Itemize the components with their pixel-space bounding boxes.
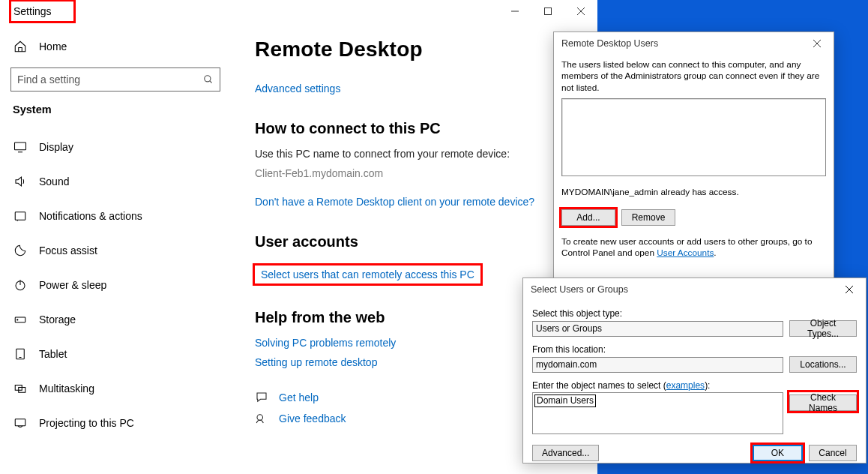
nav-focus-assist[interactable]: Focus assist: [10, 234, 232, 267]
settings-window: Settings Home Find a setting System Disp…: [0, 0, 597, 474]
user-accounts-link[interactable]: User Accounts: [657, 248, 714, 258]
minimize-button[interactable]: [498, 0, 531, 22]
nav-label: Display: [39, 141, 73, 153]
display-icon: [13, 140, 27, 154]
feedback-link[interactable]: Give feedback: [279, 412, 346, 424]
get-help-link[interactable]: Get help: [279, 392, 319, 404]
close-icon: [813, 40, 821, 47]
home-label: Home: [39, 40, 67, 52]
names-label: Enter the object names to select (exampl…: [532, 380, 857, 391]
nav-projecting[interactable]: Projecting to this PC: [10, 406, 232, 440]
sel-dialog-titlebar[interactable]: Select Users or Groups: [523, 278, 866, 301]
svg-rect-17: [15, 419, 25, 426]
close-icon: [846, 286, 853, 293]
nav-storage[interactable]: Storage: [10, 303, 232, 336]
svg-rect-6: [15, 142, 26, 150]
object-type-field: Users or Groups: [532, 321, 783, 337]
nav-label: Focus assist: [39, 244, 97, 256]
location-label: From this location:: [532, 344, 857, 355]
nav-multitasking[interactable]: Multitasking: [10, 372, 232, 405]
search-placeholder: Find a setting: [17, 74, 80, 86]
check-names-button[interactable]: Check Names: [789, 394, 857, 411]
sel-close-button[interactable]: [833, 278, 866, 301]
search-icon: [203, 74, 214, 85]
chat-icon: [255, 391, 268, 404]
rdp-close-button[interactable]: [801, 32, 834, 55]
svg-point-4: [205, 76, 211, 82]
nav-label: Sound: [39, 176, 69, 188]
nav-power-sleep[interactable]: Power & sleep: [10, 268, 232, 302]
nav-tablet[interactable]: Tablet: [10, 338, 232, 370]
nav-label: Tablet: [39, 348, 67, 360]
search-input[interactable]: Find a setting: [10, 68, 220, 92]
pc-name: Client-Feb1.mydomain.com: [255, 167, 579, 179]
remove-button[interactable]: Remove: [621, 209, 675, 226]
how-connect-header: How to connect to this PC: [255, 120, 579, 137]
svg-point-12: [17, 320, 18, 320]
how-connect-text: Use this PC name to connect from your re…: [255, 148, 579, 160]
select-users-link[interactable]: Select users that can remotely access th…: [261, 268, 474, 280]
rdp-access-text: MYDOMAIN\jane_admin already has access.: [561, 187, 826, 197]
advanced-settings-link[interactable]: Advanced settings: [255, 82, 579, 94]
notifications-icon: [13, 209, 27, 223]
nav-sound[interactable]: Sound: [10, 165, 232, 198]
object-names-input[interactable]: Domain Users: [532, 392, 783, 434]
settings-sidebar: Home Find a setting System Display Sound…: [0, 22, 232, 474]
svg-point-18: [257, 415, 263, 421]
sound-icon: [13, 175, 27, 188]
advanced-button[interactable]: Advanced...: [532, 445, 599, 461]
add-button[interactable]: Add...: [561, 209, 615, 226]
location-field: mydomain.com: [532, 357, 783, 373]
remote-desktop-users-dialog: Remote Desktop Users The users listed be…: [553, 32, 834, 302]
svg-line-5: [210, 81, 212, 83]
nav-label: Multitasking: [39, 382, 94, 394]
object-name-entry: Domain Users: [534, 394, 596, 407]
feedback-icon: [255, 412, 268, 425]
select-users-highlight: Select users that can remotely access th…: [255, 266, 480, 284]
storage-icon: [13, 313, 27, 326]
window-controls: [498, 0, 597, 22]
section-system-label: System: [10, 104, 232, 116]
maximize-button[interactable]: [531, 0, 564, 22]
svg-rect-1: [545, 8, 552, 15]
focus-icon: [13, 244, 27, 257]
nav-label: Storage: [39, 314, 76, 326]
sel-ok-button[interactable]: OK: [753, 445, 803, 461]
object-types-button[interactable]: Object Types...: [789, 320, 857, 337]
rdp-dialog-title: Remote Desktop Users: [561, 38, 658, 49]
examples-link[interactable]: examples: [666, 380, 705, 391]
home-icon: [13, 40, 27, 53]
page-title: Remote Desktop: [255, 38, 579, 62]
svg-rect-8: [15, 212, 25, 220]
sel-dialog-title: Select Users or Groups: [531, 284, 628, 295]
rdp-intro-text: The users listed below can connect to th…: [561, 59, 826, 94]
locations-button[interactable]: Locations...: [789, 356, 857, 373]
multitasking-icon: [13, 382, 27, 395]
rdp-dialog-titlebar[interactable]: Remote Desktop Users: [554, 32, 834, 55]
nav-display[interactable]: Display: [10, 130, 232, 164]
nav-notifications[interactable]: Notifications & actions: [10, 200, 232, 232]
no-client-link[interactable]: Don't have a Remote Desktop client on yo…: [255, 196, 579, 208]
power-icon: [13, 278, 27, 292]
nav-label: Power & sleep: [39, 279, 106, 291]
close-button[interactable]: [564, 0, 597, 22]
settings-title: Settings: [10, 1, 74, 22]
select-users-dialog: Select Users or Groups Select this objec…: [522, 278, 867, 464]
rdp-cp-text: To create new user accounts or add users…: [561, 236, 826, 260]
settings-titlebar[interactable]: Settings: [0, 0, 597, 22]
sel-cancel-button[interactable]: Cancel: [809, 445, 857, 461]
rdp-user-list[interactable]: [561, 98, 826, 176]
nav-label: Projecting to this PC: [39, 417, 134, 429]
projecting-icon: [13, 416, 27, 430]
home-nav[interactable]: Home: [10, 30, 232, 63]
user-accounts-header: User accounts: [255, 233, 579, 250]
nav-label: Notifications & actions: [39, 210, 142, 222]
object-type-label: Select this object type:: [532, 308, 857, 319]
tablet-icon: [13, 347, 27, 361]
